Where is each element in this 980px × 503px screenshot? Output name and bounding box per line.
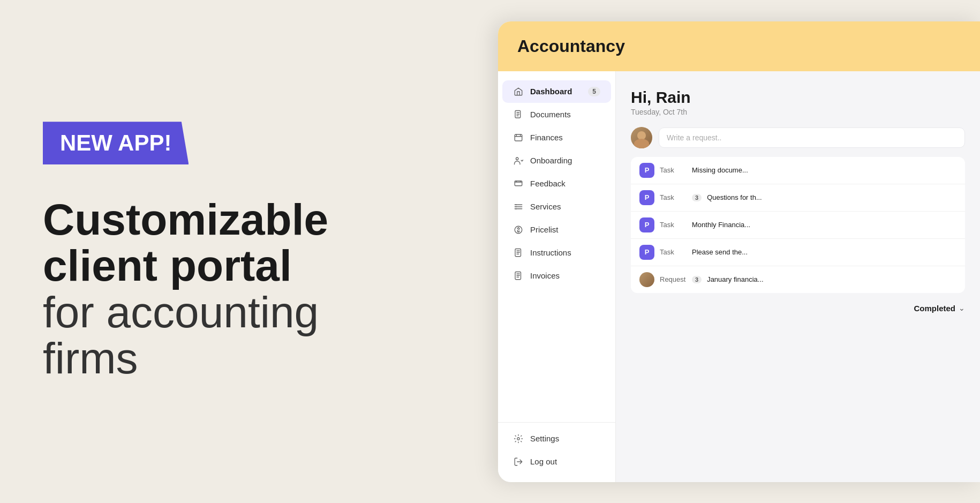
finances-icon: [513, 132, 524, 143]
svg-rect-3: [515, 181, 522, 185]
svg-point-2: [516, 157, 519, 160]
pricelist-icon: [513, 224, 524, 235]
sidebar-item-onboarding[interactable]: Onboarding: [502, 149, 611, 172]
app-mockup-container: Accountancy Dashboard 5: [466, 0, 980, 503]
home-icon: [513, 86, 524, 97]
sidebar-item-logout[interactable]: Log out: [502, 451, 611, 473]
chevron-down-icon: ⌄: [959, 304, 965, 312]
svg-point-9: [515, 208, 516, 209]
request-input[interactable]: Write a request..: [659, 127, 965, 148]
left-section: NEW APP! Customizable client portal for …: [0, 0, 466, 503]
user-avatar: [631, 127, 652, 148]
sidebar-item-dashboard[interactable]: Dashboard 5: [502, 80, 611, 103]
sidebar-item-invoices[interactable]: Invoices: [502, 265, 611, 287]
task-p-badge-1: P: [639, 163, 654, 178]
request-avatar-5: [639, 272, 654, 287]
settings-icon: [513, 433, 524, 444]
sidebar-label-feedback: Feedback: [530, 179, 566, 188]
task-type-1: Task: [660, 166, 687, 174]
task-title-2: Questions for th...: [707, 193, 956, 201]
sidebar-label-onboarding: Onboarding: [530, 156, 572, 165]
task-item-2[interactable]: P Task 3 Questions for th...: [631, 184, 965, 212]
sidebar-label-dashboard: Dashboard: [530, 87, 572, 96]
app-body: Dashboard 5 Documents: [498, 71, 980, 482]
task-item-5[interactable]: Request 3 January financia...: [631, 266, 965, 293]
task-item-1[interactable]: P Task Missing docume...: [631, 157, 965, 184]
main-content: Hi, Rain Tuesday, Oct 7th Write a reques…: [616, 71, 980, 482]
greeting-section: Hi, Rain Tuesday, Oct 7th: [631, 88, 965, 116]
sidebar-label-logout: Log out: [530, 457, 557, 466]
app-mockup: Accountancy Dashboard 5: [498, 21, 980, 482]
app-title: Accountancy: [517, 36, 625, 56]
heading-line4: firms: [43, 334, 138, 382]
heading-line3: for accounting: [43, 288, 319, 336]
avatar-image: [631, 127, 652, 148]
task-title-1: Missing docume...: [692, 166, 956, 174]
sidebar-item-instructions[interactable]: Instructions: [502, 242, 611, 264]
greeting-hi: Hi, Rain: [631, 88, 965, 107]
task-p-badge-2: P: [639, 190, 654, 205]
heading-line2: client portal: [43, 241, 292, 290]
sidebar-label-settings: Settings: [530, 434, 559, 443]
svg-point-13: [517, 437, 520, 440]
task-count-5: 3: [692, 276, 702, 283]
task-list: P Task Missing docume... P Task 3 Questi…: [631, 157, 965, 293]
services-icon: [513, 201, 524, 212]
write-request-row: Write a request..: [631, 127, 965, 148]
sidebar-item-settings[interactable]: Settings: [502, 427, 611, 450]
main-heading: Customizable client portal for accountin…: [43, 197, 423, 381]
sidebar-label-instructions: Instructions: [530, 248, 571, 257]
documents-icon: [513, 109, 524, 120]
task-item-4[interactable]: P Task Please send the...: [631, 239, 965, 266]
new-app-badge: NEW APP!: [43, 122, 189, 164]
invoices-icon: [513, 271, 524, 281]
sidebar-label-services: Services: [530, 202, 561, 211]
svg-point-7: [515, 204, 516, 205]
greeting-date: Tuesday, Oct 7th: [631, 108, 965, 116]
feedback-icon: [513, 178, 524, 189]
sidebar-label-finances: Finances: [530, 133, 563, 142]
completed-section[interactable]: Completed ⌄: [631, 299, 965, 317]
sidebar-item-documents[interactable]: Documents: [502, 103, 611, 126]
task-type-2: Task: [660, 193, 687, 201]
logout-icon: [513, 456, 524, 467]
sidebar-bottom: Settings Log out: [498, 422, 615, 474]
sidebar-item-feedback[interactable]: Feedback: [502, 172, 611, 195]
task-item-3[interactable]: P Task Monthly Financia...: [631, 212, 965, 239]
sidebar-label-invoices: Invoices: [530, 271, 560, 280]
task-title-5: January financia...: [707, 275, 956, 283]
task-title-4: Please send the...: [692, 248, 956, 256]
dashboard-badge: 5: [588, 87, 600, 96]
svg-point-8: [515, 206, 516, 207]
task-type-3: Task: [660, 221, 687, 229]
onboarding-icon: [513, 155, 524, 166]
task-p-badge-4: P: [639, 245, 654, 260]
task-type-5: Request: [660, 275, 687, 283]
heading-line1: Customizable: [43, 195, 328, 244]
task-count-2: 3: [692, 194, 702, 201]
completed-label: Completed: [914, 304, 955, 313]
task-type-4: Task: [660, 248, 687, 256]
sidebar-label-pricelist: Pricelist: [530, 225, 559, 234]
sidebar-main: Dashboard 5 Documents: [498, 80, 615, 418]
sidebar-item-pricelist[interactable]: Pricelist: [502, 219, 611, 241]
sidebar-item-services[interactable]: Services: [502, 196, 611, 218]
instructions-icon: [513, 247, 524, 258]
sidebar: Dashboard 5 Documents: [498, 71, 616, 482]
task-p-badge-3: P: [639, 217, 654, 232]
task-title-3: Monthly Financia...: [692, 221, 956, 229]
svg-rect-1: [515, 134, 522, 141]
sidebar-label-documents: Documents: [530, 110, 571, 119]
app-header: Accountancy: [498, 21, 980, 71]
sidebar-item-finances[interactable]: Finances: [502, 126, 611, 149]
